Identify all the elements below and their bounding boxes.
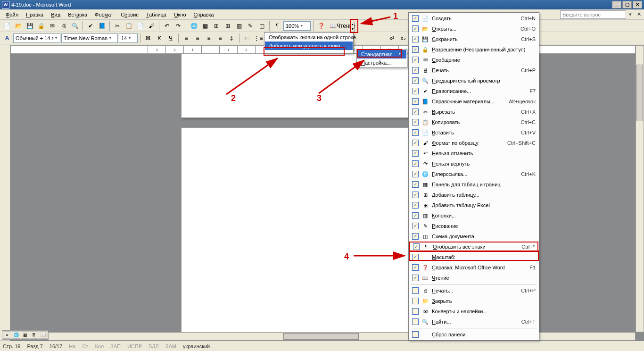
command-checkbox[interactable]: ✓	[412, 212, 419, 219]
command-checkbox[interactable]	[412, 298, 419, 304]
command-item[interactable]: 🔍Найти...Ctrl+F	[409, 317, 538, 327]
underline-button[interactable]: Ч	[165, 33, 176, 43]
command-checkbox[interactable]: ✓	[412, 15, 419, 22]
toolbar-options-dropdown[interactable]: ▸▾	[351, 22, 355, 32]
command-checkbox[interactable]: ✓	[412, 88, 419, 94]
command-item[interactable]: ✓↷Нельзя вернуть	[409, 159, 538, 169]
command-checkbox[interactable]: ✓	[412, 264, 419, 271]
command-checkbox[interactable]: ✓	[412, 67, 419, 74]
command-item[interactable]: ✓▥Колонки...	[409, 210, 538, 221]
help-dropdown-arrow[interactable]: ▾	[629, 11, 632, 17]
command-item[interactable]: ✓↶Нельзя отменить	[409, 148, 538, 159]
new-doc-button[interactable]: 📄	[2, 21, 12, 31]
styles-pane-button[interactable]: A	[2, 33, 12, 43]
insert-table-button[interactable]: ⊞	[211, 21, 222, 31]
align-left-button[interactable]: ≡	[181, 33, 191, 43]
italic-button[interactable]: К	[154, 33, 165, 43]
command-item[interactable]: ✓🌐Гиперссылка...Ctrl+K	[409, 169, 538, 179]
command-item[interactable]: ✓✉Сообщение	[409, 55, 538, 65]
permission-button[interactable]: 🔒	[36, 21, 46, 31]
menu-edit[interactable]: Правка	[22, 11, 47, 18]
command-checkbox[interactable]: ✓	[412, 77, 419, 84]
command-checkbox[interactable]: ✓	[412, 140, 419, 146]
drawing-button[interactable]: ✎	[245, 21, 256, 31]
command-item[interactable]: ✓📂Открыть...Ctrl+O	[409, 24, 538, 34]
command-item[interactable]: ✓✎Рисование	[409, 221, 538, 231]
command-checkbox[interactable]: ✓	[412, 25, 419, 32]
command-item[interactable]: ✓📖Чтение	[409, 273, 538, 283]
command-item[interactable]: ✓📋КопироватьCtrl+C	[409, 117, 538, 127]
command-checkbox[interactable]: ✓	[412, 119, 419, 125]
reading-view-button[interactable]: 📖	[39, 331, 47, 339]
numbering-button[interactable]: ≔	[242, 33, 252, 43]
spelling-button[interactable]: ✔	[85, 21, 96, 31]
command-checkbox[interactable]: ✓	[412, 223, 419, 229]
command-checkbox[interactable]: ✓	[412, 150, 419, 157]
command-item[interactable]: ✓⊞Добавить таблицу...	[409, 190, 538, 200]
command-item[interactable]: ✓📄ВставитьCtrl+V	[409, 127, 538, 138]
align-justify-button[interactable]: ≡	[215, 33, 225, 43]
command-checkbox[interactable]	[412, 318, 419, 325]
command-item[interactable]: ✓⊞Добавить таблицу Excel	[409, 200, 538, 210]
command-item[interactable]: ✓Масштаб:	[409, 252, 538, 262]
command-checkbox[interactable]: ✓	[412, 129, 419, 136]
command-item[interactable]: ✓💾СохранитьCtrl+S	[409, 34, 538, 44]
command-item[interactable]: ✓❓Справка: Microsoft Office WordF1	[409, 262, 538, 273]
size-combo[interactable]: 14▾	[119, 33, 138, 43]
command-checkbox[interactable]: ✓	[412, 202, 419, 209]
bullets-button[interactable]: ⋮≡	[253, 33, 264, 43]
redo-button[interactable]: ↷	[173, 21, 183, 31]
add-remove-buttons[interactable]: Добавить или удалить кнопки▾	[265, 42, 353, 50]
print-view-button[interactable]: ▦	[21, 331, 29, 339]
command-checkbox[interactable]: ✓	[412, 233, 419, 240]
command-checkbox[interactable]: ✓	[413, 243, 420, 250]
command-item[interactable]: ✓◫Схема документа	[409, 231, 538, 242]
show-buttons-one-row[interactable]: Отображать кнопки на одной строке	[265, 33, 353, 42]
menu-format[interactable]: Формат	[91, 11, 117, 18]
command-item[interactable]: ✓🔍Предварительный просмотр	[409, 75, 538, 86]
command-checkbox[interactable]: ✓	[412, 46, 419, 53]
tables-borders-button[interactable]: ▦	[200, 21, 210, 31]
command-item[interactable]: 📁Закрыть	[409, 296, 538, 306]
columns-button[interactable]: ▥	[234, 21, 244, 31]
vertical-scrollbar[interactable]	[636, 45, 644, 332]
command-checkbox[interactable]: ✓	[412, 171, 419, 177]
minimize-button[interactable]: _	[612, 1, 621, 8]
command-item[interactable]: ✓📄СоздатьCtrl+N	[409, 13, 538, 24]
style-combo[interactable]: Обычный + 14 г▾	[13, 33, 60, 43]
research-button[interactable]: 📘	[97, 21, 107, 31]
command-item[interactable]: ✓📘Справочные материалы...Alt+щелчок	[409, 96, 538, 107]
customize-item[interactable]: Настройка...	[357, 58, 406, 67]
command-item[interactable]: ✓🖨ПечатьCtrl+P	[409, 65, 538, 75]
open-button[interactable]: 📂	[13, 21, 24, 31]
align-right-button[interactable]: ≡	[204, 33, 214, 43]
doc-close-button[interactable]: ✕	[636, 11, 642, 17]
menu-help[interactable]: Справка	[190, 11, 218, 18]
command-item[interactable]: ✓🖌Формат по образцуCtrl+Shift+C	[409, 138, 538, 148]
maximize-button[interactable]: ▢	[622, 1, 632, 8]
align-center-button[interactable]: ≡	[192, 33, 203, 43]
command-checkbox[interactable]: ✓	[412, 109, 419, 115]
cut-button[interactable]: ✂	[112, 21, 123, 31]
subscript-button[interactable]: x₂	[398, 33, 408, 43]
web-view-button[interactable]: 🌐	[12, 331, 20, 339]
command-item[interactable]: ✉Конверты и наклейки...	[409, 306, 538, 317]
doc-map-button[interactable]: ◫	[256, 21, 267, 31]
command-checkbox[interactable]: ✓	[412, 160, 419, 167]
vertical-ruler[interactable]	[0, 45, 10, 341]
help-search-box[interactable]: Введите вопрос	[560, 10, 626, 19]
insert-excel-button[interactable]: ⊞	[223, 21, 233, 31]
bold-button[interactable]: Ж	[143, 33, 153, 43]
command-checkbox[interactable]: ✓	[412, 192, 419, 198]
menu-insert[interactable]: Вставка	[64, 11, 91, 18]
command-checkbox[interactable]	[412, 308, 419, 315]
close-button[interactable]: ✕	[633, 1, 642, 8]
hyperlink-button[interactable]: 🌐	[189, 21, 199, 31]
command-checkbox[interactable]: ✓	[412, 57, 419, 63]
command-item[interactable]: ✓🔒Разрешение (Неограниченный доступ)	[409, 44, 538, 55]
command-checkbox[interactable]	[412, 287, 419, 294]
help-button[interactable]: ❓	[316, 21, 326, 31]
format-painter-button[interactable]: 🖌	[146, 21, 157, 31]
show-marks-button[interactable]: ¶	[272, 21, 282, 31]
menu-tools[interactable]: Сервис	[117, 11, 142, 18]
